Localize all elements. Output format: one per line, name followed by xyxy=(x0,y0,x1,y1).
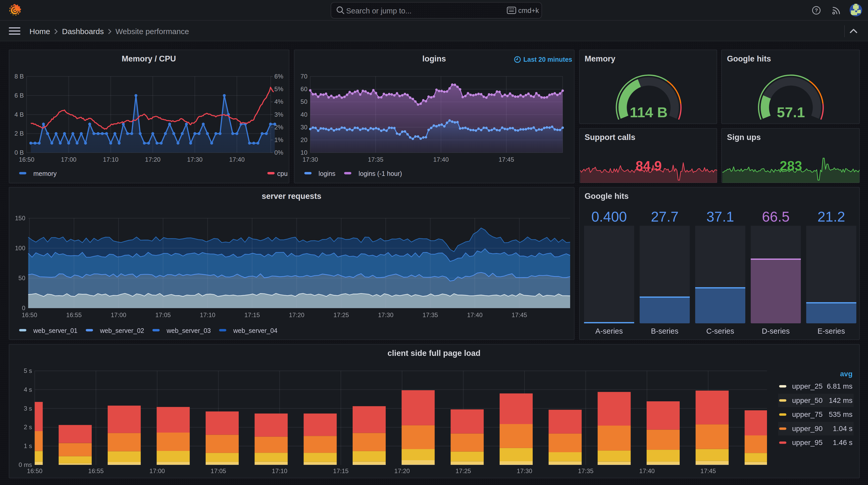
svg-text:5 s: 5 s xyxy=(24,367,32,374)
svg-text:1 s: 1 s xyxy=(24,442,32,449)
svg-text:web_server_03: web_server_03 xyxy=(166,327,211,334)
svg-text:17:35: 17:35 xyxy=(578,467,593,475)
svg-text:100: 100 xyxy=(15,245,25,252)
svg-text:16:50: 16:50 xyxy=(22,312,37,318)
svg-text:0%: 0% xyxy=(274,149,283,156)
svg-text:0.400: 0.400 xyxy=(591,209,627,225)
svg-text:17:30: 17:30 xyxy=(378,312,393,318)
svg-text:logins (-1 hour): logins (-1 hour) xyxy=(358,170,402,177)
svg-text:16:55: 16:55 xyxy=(66,312,82,318)
svg-text:2 s: 2 s xyxy=(24,424,32,430)
svg-text:70: 70 xyxy=(300,73,307,80)
svg-text:17:35: 17:35 xyxy=(368,156,383,163)
svg-text:8 B: 8 B xyxy=(14,73,24,80)
svg-text:150: 150 xyxy=(15,215,25,222)
svg-text:60: 60 xyxy=(300,86,307,93)
svg-text:17:25: 17:25 xyxy=(455,467,471,475)
svg-text:16:50: 16:50 xyxy=(27,467,42,475)
svg-text:17:30: 17:30 xyxy=(187,156,202,163)
svg-text:57.1: 57.1 xyxy=(777,104,805,120)
svg-text:1%: 1% xyxy=(274,136,283,143)
svg-text:17:20: 17:20 xyxy=(288,312,304,318)
svg-text:?: ? xyxy=(815,7,818,13)
svg-text:6%: 6% xyxy=(274,73,283,80)
svg-text:17:40: 17:40 xyxy=(639,467,654,475)
svg-text:17:00: 17:00 xyxy=(111,312,126,318)
svg-text:17:15: 17:15 xyxy=(244,312,259,318)
svg-text:1.46 s: 1.46 s xyxy=(833,439,852,447)
svg-text:4%: 4% xyxy=(274,98,283,105)
svg-text:E-series: E-series xyxy=(817,327,845,335)
svg-text:0 ms: 0 ms xyxy=(18,461,32,468)
svg-text:142 ms: 142 ms xyxy=(829,396,852,405)
svg-text:17:15: 17:15 xyxy=(333,467,348,475)
svg-text:memory: memory xyxy=(33,170,57,177)
svg-text:3%: 3% xyxy=(274,111,283,118)
svg-text:upper_50: upper_50 xyxy=(792,396,822,405)
svg-text:17:10: 17:10 xyxy=(103,156,118,163)
svg-text:30: 30 xyxy=(300,124,307,131)
svg-text:50: 50 xyxy=(300,98,307,105)
svg-text:upper_75: upper_75 xyxy=(792,410,822,418)
svg-text:web_server_04: web_server_04 xyxy=(233,327,277,334)
svg-text:C-series: C-series xyxy=(706,327,734,335)
svg-text:upper_95: upper_95 xyxy=(792,439,822,447)
svg-text:17:05: 17:05 xyxy=(210,467,226,475)
svg-text:5%: 5% xyxy=(274,86,283,93)
svg-text:17:45: 17:45 xyxy=(700,467,716,475)
svg-text:D-series: D-series xyxy=(762,327,789,335)
svg-text:17:05: 17:05 xyxy=(155,312,170,318)
svg-text:cpu: cpu xyxy=(277,170,287,177)
svg-text:21.2: 21.2 xyxy=(817,209,845,225)
svg-text:17:25: 17:25 xyxy=(333,312,349,318)
svg-text:535 ms: 535 ms xyxy=(829,410,852,418)
svg-text:0: 0 xyxy=(22,304,25,312)
svg-text:17:45: 17:45 xyxy=(511,312,527,318)
svg-text:27.7: 27.7 xyxy=(650,209,678,225)
svg-text:1.04 s: 1.04 s xyxy=(833,425,852,432)
svg-text:6 B: 6 B xyxy=(14,92,24,99)
svg-text:6.81 ms: 6.81 ms xyxy=(827,382,852,390)
svg-text:17:20: 17:20 xyxy=(394,467,409,475)
svg-text:17:00: 17:00 xyxy=(61,156,76,163)
svg-text:40: 40 xyxy=(300,111,307,118)
svg-text:4 B: 4 B xyxy=(14,111,24,118)
svg-text:upper_90: upper_90 xyxy=(792,425,822,432)
svg-text:84.9: 84.9 xyxy=(635,158,661,173)
svg-text:2 B: 2 B xyxy=(14,130,24,137)
svg-text:web_server_01: web_server_01 xyxy=(33,327,77,334)
svg-text:16:50: 16:50 xyxy=(19,156,34,163)
svg-text:0 B: 0 B xyxy=(14,149,24,156)
svg-text:Last 20 minutes: Last 20 minutes xyxy=(523,56,572,63)
svg-text:17:10: 17:10 xyxy=(200,312,215,318)
svg-text:logins: logins xyxy=(318,170,335,177)
svg-text:17:40: 17:40 xyxy=(433,156,448,163)
svg-text:17:00: 17:00 xyxy=(149,467,164,475)
svg-text:10: 10 xyxy=(300,149,307,156)
svg-text:17:40: 17:40 xyxy=(229,156,244,163)
svg-text:B-series: B-series xyxy=(651,327,678,335)
svg-text:A-series: A-series xyxy=(595,327,623,335)
svg-text:web_server_02: web_server_02 xyxy=(99,327,144,334)
svg-text:17:30: 17:30 xyxy=(517,467,532,475)
svg-text:17:45: 17:45 xyxy=(498,156,514,163)
svg-text:3 s: 3 s xyxy=(24,405,32,412)
svg-text:20: 20 xyxy=(300,136,307,143)
svg-text:17:35: 17:35 xyxy=(423,312,438,318)
svg-text:4 s: 4 s xyxy=(24,386,32,393)
svg-text:114 B: 114 B xyxy=(629,104,667,120)
svg-text:17:10: 17:10 xyxy=(272,467,287,475)
svg-text:50: 50 xyxy=(18,274,25,282)
svg-text:17:30: 17:30 xyxy=(302,156,318,163)
svg-text:17:40: 17:40 xyxy=(467,312,482,318)
svg-text:283: 283 xyxy=(780,158,802,173)
svg-text:16:55: 16:55 xyxy=(88,467,103,475)
svg-text:37.1: 37.1 xyxy=(706,209,734,225)
svg-text:17:20: 17:20 xyxy=(145,156,160,163)
svg-text:66.5: 66.5 xyxy=(762,209,789,225)
svg-text:upper_25: upper_25 xyxy=(792,382,822,390)
svg-text:avg: avg xyxy=(840,370,852,378)
